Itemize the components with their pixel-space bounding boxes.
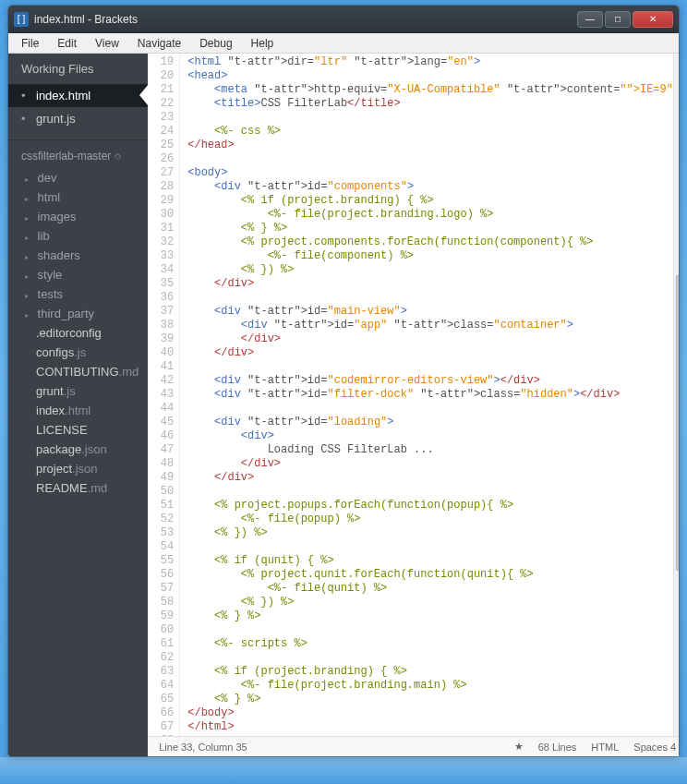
language-mode[interactable]: HTML	[591, 742, 619, 753]
tree-file[interactable]: project.json	[8, 459, 148, 478]
taskbar[interactable]	[0, 757, 687, 784]
app-body: Working Files index.htmlgrunt.js cssfilt…	[8, 54, 679, 756]
sidebar: Working Files index.htmlgrunt.js cssfilt…	[8, 54, 148, 756]
working-file[interactable]: grunt.js	[8, 107, 148, 130]
tree-file[interactable]: index.html	[8, 401, 148, 420]
tree-folder[interactable]: ▸ style	[8, 265, 148, 284]
project-header[interactable]: cssfilterlab-master ◇	[8, 139, 148, 168]
menu-help[interactable]: Help	[242, 35, 283, 52]
tree-folder[interactable]: ▸ shaders	[8, 246, 148, 265]
editor-area: 19 20 21 22 23 24 25 26 27 28 29 30 31 3…	[148, 54, 679, 756]
code-editor[interactable]: 19 20 21 22 23 24 25 26 27 28 29 30 31 3…	[148, 54, 679, 736]
tree-file[interactable]: grunt.js	[8, 381, 148, 401]
indent-mode[interactable]: Spaces 4	[633, 742, 676, 753]
file-tree: ▸ dev▸ html▸ images▸ lib▸ shaders▸ style…	[8, 168, 148, 498]
menu-file[interactable]: File	[12, 35, 48, 52]
tree-folder[interactable]: ▸ images	[8, 207, 148, 226]
tree-folder[interactable]: ▸ tests	[8, 284, 148, 304]
tree-folder[interactable]: ▸ dev	[8, 168, 148, 187]
tree-file[interactable]: README.md	[8, 478, 148, 498]
tree-folder[interactable]: ▸ lib	[8, 226, 148, 246]
project-name: cssfilterlab-master	[21, 150, 111, 163]
menu-debug[interactable]: Debug	[190, 35, 241, 52]
statusbar: Line 33, Column 35 ★ 68 Lines HTML Space…	[148, 736, 679, 756]
line-gutter: 19 20 21 22 23 24 25 26 27 28 29 30 31 3…	[148, 54, 180, 736]
tree-folder[interactable]: ▸ html	[8, 187, 148, 207]
scrollbar-thumb[interactable]	[676, 275, 679, 571]
code-content[interactable]: <html "t-attr">dir="ltr" "t-attr">lang="…	[180, 54, 679, 736]
cursor-position[interactable]: Line 33, Column 35	[159, 742, 247, 753]
app-window: [ ] index.html - Brackets — □ ✕ File Edi…	[7, 5, 680, 757]
maximize-button[interactable]: □	[605, 11, 631, 28]
tree-file[interactable]: package.json	[8, 440, 148, 459]
tree-file[interactable]: .editorconfig	[8, 323, 148, 343]
close-button[interactable]: ✕	[633, 11, 673, 28]
menu-edit[interactable]: Edit	[48, 35, 86, 52]
vertical-scrollbar[interactable]	[673, 54, 679, 736]
tree-folder[interactable]: ▸ third_party	[8, 304, 148, 323]
minimize-button[interactable]: —	[577, 11, 603, 28]
titlebar[interactable]: [ ] index.html - Brackets — □ ✕	[8, 6, 679, 33]
working-files-header: Working Files	[8, 54, 148, 84]
tree-file[interactable]: configs.js	[8, 343, 148, 362]
window-controls: — □ ✕	[575, 11, 673, 28]
app-icon: [ ]	[14, 12, 29, 27]
tree-file[interactable]: CONTIBUTING.md	[8, 362, 148, 381]
chevron-icon: ◇	[114, 151, 121, 161]
menu-view[interactable]: View	[86, 35, 128, 52]
menu-navigate[interactable]: Navigate	[128, 35, 190, 52]
tree-file[interactable]: LICENSE	[8, 420, 148, 440]
menubar: File Edit View Navigate Debug Help	[8, 33, 679, 54]
window-title: index.html - Brackets	[34, 13, 575, 26]
working-files-list: index.htmlgrunt.js	[8, 84, 148, 130]
working-file[interactable]: index.html	[8, 84, 148, 107]
line-count: 68 Lines	[538, 742, 577, 753]
star-icon[interactable]: ★	[514, 741, 524, 753]
